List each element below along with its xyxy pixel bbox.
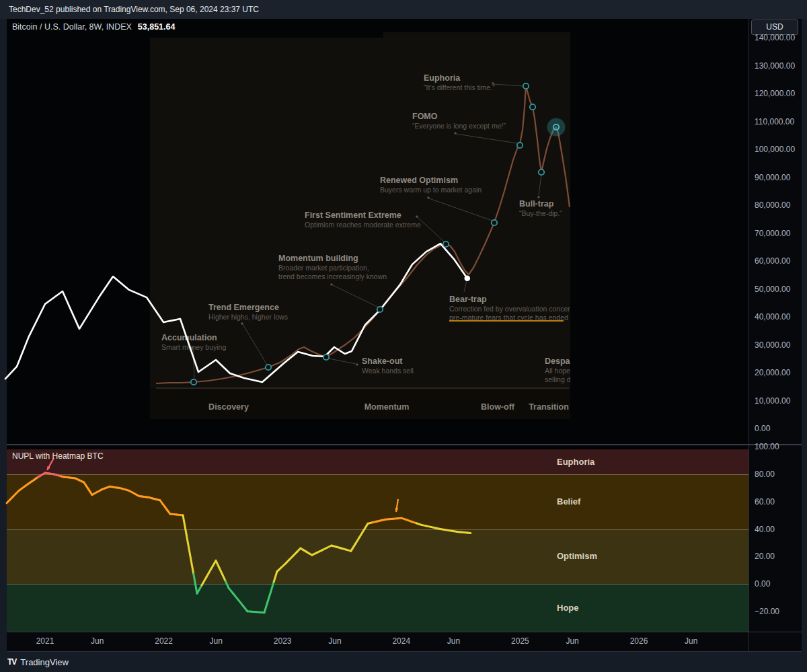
nupl-zone-optimism [7,529,748,585]
time-axis-separator [7,632,802,632]
axis-separator-vertical [748,19,749,651]
symbol-title: Bitcoin / U.S. Dollar, 8W, INDEX [12,22,132,32]
chart-legend[interactable]: Bitcoin / U.S. Dollar, 8W, INDEX53,851.6… [12,22,175,32]
last-price: 53,851.64 [138,22,176,32]
pane-separator[interactable] [7,444,802,445]
nupl-zone-belief [7,474,748,529]
nupl-zone-euphoria [7,449,748,474]
tradingview-logo[interactable]: TV [7,657,16,667]
zone-label-hope: Hope [557,603,579,613]
snapshot-attribution[interactable]: TechDev_52 published on TradingView.com,… [0,0,807,19]
nupl-panel[interactable]: EuphoriaBeliefOptimismHope [0,0,807,672]
tradingview-snapshot: TechDev_52 published on TradingView.com,… [0,0,807,672]
currency-toggle-button[interactable]: USD [751,20,798,35]
nupl-zone-hope [7,584,748,632]
zone-label-optimism: Optimism [557,551,597,561]
indicator-title[interactable]: NUPL with Heatmap BTC [12,451,104,461]
zone-label-belief: Belief [557,496,580,507]
price-axis[interactable] [748,19,802,651]
zone-label-euphoria: Euphoria [557,457,594,467]
footer-brand[interactable]: TradingView [20,657,69,667]
time-axis[interactable] [7,632,748,651]
footer: TV TradingView [0,652,807,672]
